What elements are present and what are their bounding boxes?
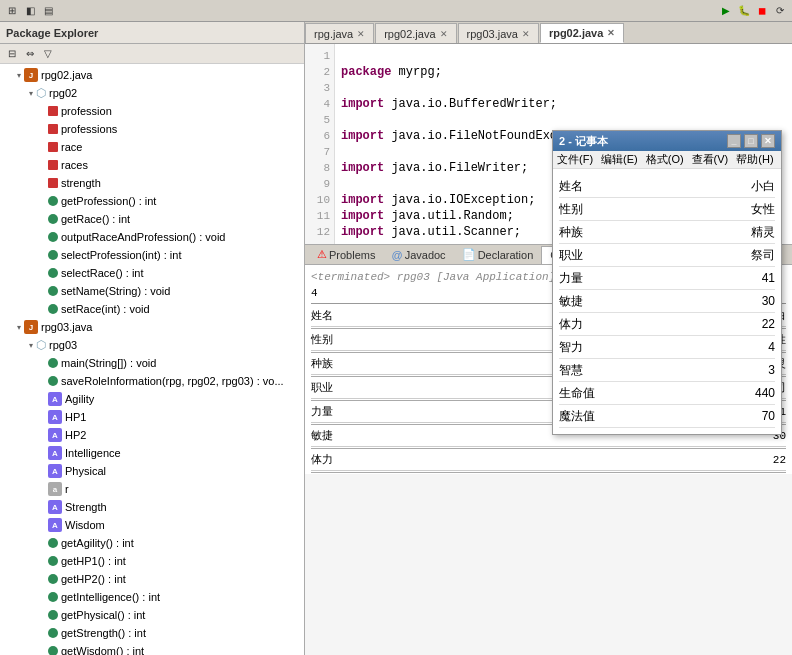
tab-close-icon[interactable]: ✕ xyxy=(522,29,530,39)
method-icon xyxy=(48,232,58,242)
declaration-icon: 📄 xyxy=(462,248,476,261)
notepad-row-zhongzu: 种族 精灵 xyxy=(559,221,775,244)
notepad-minimize-button[interactable]: _ xyxy=(727,134,741,148)
tab-close-icon[interactable]: ✕ xyxy=(440,29,448,39)
menu-file[interactable]: 文件(F) xyxy=(557,152,593,167)
tree-item-getHP2[interactable]: getHP2() : int xyxy=(0,570,304,588)
tree-item-Intelligence[interactable]: A Intelligence xyxy=(0,444,304,462)
notepad-row-xingming: 姓名 小白 xyxy=(559,175,775,198)
tree-label: Wisdom xyxy=(65,519,105,531)
menu-format[interactable]: 格式(O) xyxy=(646,152,684,167)
tree-item-professions[interactable]: professions xyxy=(0,120,304,138)
tree-label: strength xyxy=(61,177,101,189)
tree-item-rpg03-pkg[interactable]: ⬡ rpg03 xyxy=(0,336,304,354)
tree-item-getWisdom[interactable]: getWisdom() : int xyxy=(0,642,304,655)
tree-item-HP1[interactable]: A HP1 xyxy=(0,408,304,426)
console-label: 性别 xyxy=(311,332,371,348)
tab-label: Problems xyxy=(329,249,375,261)
tree-item-getHP1[interactable]: getHP1() : int xyxy=(0,552,304,570)
tab-rpg02a[interactable]: rpg02.java ✕ xyxy=(375,23,456,43)
tree-item-outputRaceAndProfession[interactable]: outputRaceAndProfession() : void xyxy=(0,228,304,246)
tree-label: getPhysical() : int xyxy=(61,609,145,621)
tab-close-icon[interactable]: ✕ xyxy=(357,29,365,39)
method-icon xyxy=(48,592,58,602)
tree-item-races[interactable]: races xyxy=(0,156,304,174)
notepad-menubar: 文件(F) 编辑(E) 格式(O) 查看(V) 帮助(H) xyxy=(553,151,781,169)
tree-item-r[interactable]: a r xyxy=(0,480,304,498)
tree-label: setRace(int) : void xyxy=(61,303,150,315)
tab-rpg02b[interactable]: rpg02.java ✕ xyxy=(540,23,624,43)
toolbar-icon-2[interactable]: ◧ xyxy=(22,3,38,19)
toolbar-icon-debug[interactable]: 🐛 xyxy=(736,3,752,19)
method-icon xyxy=(48,574,58,584)
tab-label: rpg02.java xyxy=(384,28,435,40)
tree-item-getProfession[interactable]: getProfession() : int xyxy=(0,192,304,210)
notepad-title: 2 - 记事本 xyxy=(559,134,608,149)
tree-item-rpg03-java[interactable]: J rpg03.java xyxy=(0,318,304,336)
tab-label: rpg03.java xyxy=(467,28,518,40)
tree-item-Physical[interactable]: A Physical xyxy=(0,462,304,480)
problems-icon: ⚠ xyxy=(317,248,327,261)
link-editor-icon[interactable]: ⇔ xyxy=(22,46,38,62)
console-label: 种族 xyxy=(311,356,371,372)
notepad-row-zhiye: 职业 祭司 xyxy=(559,244,775,267)
tree-item-getStrength[interactable]: getStrength() : int xyxy=(0,624,304,642)
editor-tabs: rpg.java ✕ rpg02.java ✕ rpg03.java ✕ rpg… xyxy=(305,22,792,44)
tree-item-profession[interactable]: profession xyxy=(0,102,304,120)
filter-icon[interactable]: ▽ xyxy=(40,46,56,62)
menu-help[interactable]: 帮助(H) xyxy=(736,152,773,167)
tree-item-getIntelligence[interactable]: getIntelligence() : int xyxy=(0,588,304,606)
notepad-titlebar: 2 - 记事本 _ □ ✕ xyxy=(553,131,781,151)
tab-problems[interactable]: ⚠ Problems xyxy=(309,246,383,264)
tree-item-main[interactable]: main(String[]) : void xyxy=(0,354,304,372)
tree-item-rpg02-pkg[interactable]: ⬡ rpg02 xyxy=(0,84,304,102)
tab-rpg[interactable]: rpg.java ✕ xyxy=(305,23,374,43)
tab-label: rpg.java xyxy=(314,28,353,40)
tree-item-setRace[interactable]: setRace(int) : void xyxy=(0,300,304,318)
menu-view[interactable]: 查看(V) xyxy=(692,152,729,167)
tree-item-getPhysical[interactable]: getPhysical() : int xyxy=(0,606,304,624)
method-icon xyxy=(48,376,58,386)
toolbar-icon-run[interactable]: ▶ xyxy=(718,3,734,19)
tree-item-saveRoleInformation[interactable]: saveRoleInformation(rpg, rpg02, rpg03) :… xyxy=(0,372,304,390)
toolbar-icon-refresh[interactable]: ⟳ xyxy=(772,3,788,19)
method-icon xyxy=(48,214,58,224)
tab-declaration[interactable]: 📄 Declaration xyxy=(454,246,542,264)
toolbar-icon-stop[interactable]: ◼ xyxy=(754,3,770,19)
notepad-row-mofa: 魔法值 70 xyxy=(559,405,775,428)
toolbar-icon-3[interactable]: ▤ xyxy=(40,3,56,19)
collapse-all-icon[interactable]: ⊟ xyxy=(4,46,20,62)
notepad-close-button[interactable]: ✕ xyxy=(761,134,775,148)
method-icon xyxy=(48,286,58,296)
console-row-tili: 体力 22 xyxy=(311,450,786,471)
tree-item-race[interactable]: race xyxy=(0,138,304,156)
toolbar-icon-1[interactable]: ⊞ xyxy=(4,3,20,19)
tab-label: Javadoc xyxy=(405,249,446,261)
method-icon xyxy=(48,646,58,655)
tree-label: selectProfession(int) : int xyxy=(61,249,181,261)
console-label: 姓名 xyxy=(311,308,371,324)
tab-javadoc[interactable]: @ Javadoc xyxy=(383,246,453,264)
class-icon: A xyxy=(48,410,62,424)
tab-rpg03[interactable]: rpg03.java ✕ xyxy=(458,23,539,43)
menu-edit[interactable]: 编辑(E) xyxy=(601,152,638,167)
tree-item-HP2[interactable]: A HP2 xyxy=(0,426,304,444)
tree-item-getAgility[interactable]: getAgility() : int xyxy=(0,534,304,552)
tree-label: professions xyxy=(61,123,117,135)
tree-item-Agility[interactable]: A Agility xyxy=(0,390,304,408)
tree-item-selectProfession[interactable]: selectProfession(int) : int xyxy=(0,246,304,264)
class-icon: a xyxy=(48,482,62,496)
method-icon xyxy=(48,304,58,314)
tree-item-getRace[interactable]: getRace() : int xyxy=(0,210,304,228)
tree-item-Wisdom[interactable]: A Wisdom xyxy=(0,516,304,534)
tree-item-rpg02-java[interactable]: J rpg02.java xyxy=(0,66,304,84)
tab-close-icon[interactable]: ✕ xyxy=(607,28,615,38)
tree-item-selectRace[interactable]: selectRace() : int xyxy=(0,264,304,282)
tree-item-setName[interactable]: setName(String) : void xyxy=(0,282,304,300)
code-line-1 xyxy=(341,48,786,64)
notepad-maximize-button[interactable]: □ xyxy=(744,134,758,148)
tree-item-Strength[interactable]: A Strength xyxy=(0,498,304,516)
tree-item-strength[interactable]: strength xyxy=(0,174,304,192)
method-icon xyxy=(48,628,58,638)
method-icon xyxy=(48,250,58,260)
